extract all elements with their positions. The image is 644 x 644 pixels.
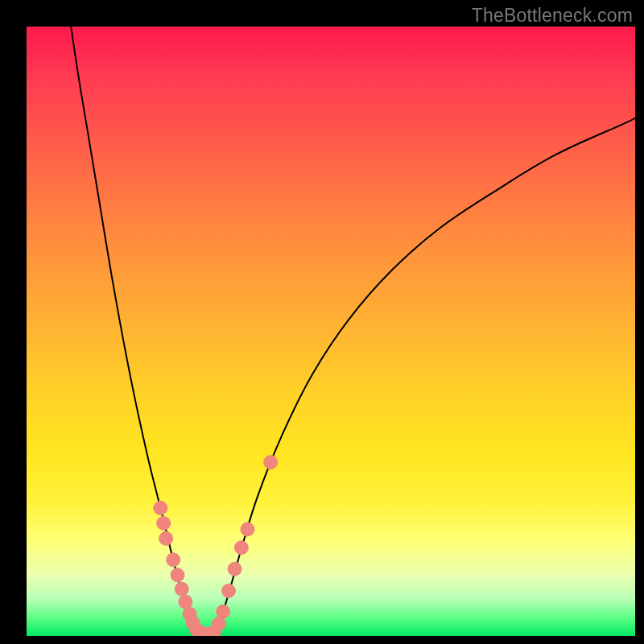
data-marker: [228, 562, 242, 576]
data-marker: [157, 516, 171, 530]
curve-layer: [71, 27, 635, 634]
data-marker: [221, 584, 235, 597]
data-marker: [159, 531, 173, 545]
watermark-text: TheBottleneck.com: [472, 5, 633, 27]
data-marker: [234, 541, 248, 555]
outer-frame: TheBottleneck.com: [0, 0, 644, 644]
data-marker: [167, 553, 180, 567]
data-marker: [217, 605, 230, 618]
data-marker: [171, 568, 184, 582]
chart-svg: [27, 27, 635, 636]
marker-layer: [154, 456, 278, 636]
data-marker: [175, 582, 188, 596]
data-marker: [212, 617, 225, 630]
data-marker: [241, 522, 254, 536]
data-marker: [179, 595, 192, 609]
data-marker: [154, 502, 167, 515]
plot-area: [27, 27, 635, 636]
data-marker: [264, 456, 278, 469]
bottleneck-curve: [71, 27, 635, 634]
